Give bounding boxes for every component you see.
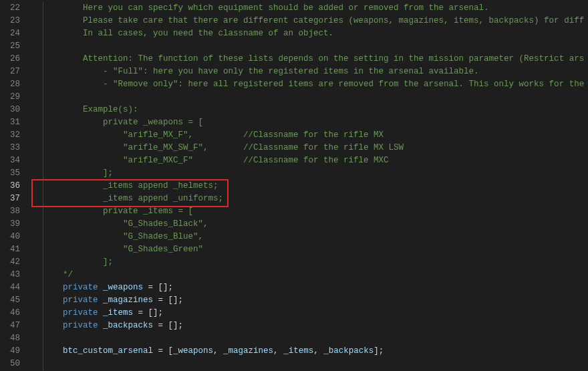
code-line[interactable]: In all cases, you need the classname of … <box>32 27 588 40</box>
code-line[interactable]: "G_Shades_Green" <box>32 243 588 256</box>
code-token: ]; <box>43 168 113 178</box>
code-line[interactable]: ]; <box>32 167 588 180</box>
code-token <box>43 321 63 330</box>
code-token <box>43 308 63 318</box>
code-token: "G_Shades_Blue", <box>43 232 203 241</box>
code-line[interactable] <box>32 91 588 104</box>
code-token: Attention: The function of these lists d… <box>43 54 584 64</box>
code-content[interactable]: Here you can specify which equipment sho… <box>32 0 588 371</box>
line-number: 22 <box>0 2 32 15</box>
code-line[interactable]: private _items = [ <box>32 205 588 218</box>
code-token: _magazines <box>223 346 273 356</box>
code-line[interactable]: Here you can specify which equipment sho… <box>32 2 588 15</box>
code-token <box>43 295 63 305</box>
line-number: 41 <box>0 243 32 256</box>
line-number: 39 <box>0 218 32 231</box>
code-line[interactable] <box>32 40 588 53</box>
code-token: = []; <box>133 308 163 318</box>
code-token <box>43 346 63 356</box>
code-line[interactable]: - "Full": here you have only the registe… <box>32 66 588 78</box>
code-token: _items append _uniforms; <box>43 194 223 203</box>
line-number: 33 <box>0 142 32 154</box>
code-token <box>98 283 104 292</box>
code-line[interactable]: private _weapons = []; <box>32 281 588 294</box>
line-number: 50 <box>0 358 32 370</box>
code-token: ]; <box>43 257 113 267</box>
code-token: , <box>213 346 223 356</box>
line-number: 31 <box>0 116 32 129</box>
line-number: 27 <box>0 66 32 78</box>
code-line[interactable]: Example(s): <box>32 104 588 116</box>
code-token: _items <box>103 308 133 318</box>
code-token: , <box>273 346 283 356</box>
code-token: _backpacks <box>103 321 153 330</box>
code-token: private <box>63 295 98 305</box>
line-number: 37 <box>0 193 32 205</box>
code-token: "G_Shades_Black", <box>43 219 208 229</box>
code-token: private <box>63 283 98 292</box>
code-token: ]; <box>374 346 384 356</box>
line-number: 25 <box>0 40 32 53</box>
code-line[interactable]: - "Remove only": here all registered ite… <box>32 78 588 91</box>
line-number: 40 <box>0 231 32 243</box>
line-number: 48 <box>0 332 32 345</box>
code-line[interactable]: Please take care that there are differen… <box>32 15 588 27</box>
line-number: 46 <box>0 307 32 320</box>
code-line[interactable]: "arifle_MXC_F" //Classname for the rifle… <box>32 154 588 167</box>
line-number: 35 <box>0 167 32 180</box>
code-line[interactable]: ]; <box>32 256 588 269</box>
line-number: 38 <box>0 205 32 218</box>
code-token <box>98 295 104 305</box>
code-line[interactable]: */ <box>32 269 588 281</box>
code-token: - "Full": here you have only the registe… <box>43 67 479 76</box>
code-token: private _weapons = [ <box>43 118 203 127</box>
code-line[interactable] <box>32 358 588 370</box>
code-token: = []; <box>143 283 173 292</box>
code-token: private <box>63 321 98 330</box>
code-line[interactable]: private _magazines = []; <box>32 294 588 307</box>
code-line[interactable]: "G_Shades_Black", <box>32 218 588 231</box>
code-token: "arifle_MX_SW_F", //Classname for the ri… <box>43 143 404 152</box>
code-token: btc_custom_arsenal <box>63 346 153 356</box>
line-number: 34 <box>0 154 32 167</box>
code-line[interactable]: _items append _helmets; <box>32 180 588 193</box>
code-line[interactable]: private _backpacks = []; <box>32 320 588 332</box>
line-number: 47 <box>0 320 32 332</box>
code-token: _items append _helmets; <box>43 181 218 191</box>
code-token: Example(s): <box>43 105 138 114</box>
code-line[interactable]: private _items = []; <box>32 307 588 320</box>
code-line[interactable]: btc_custom_arsenal = [_weapons, _magazin… <box>32 345 588 358</box>
code-token: _items <box>283 346 313 356</box>
line-number: 44 <box>0 281 32 294</box>
code-token: = []; <box>153 295 183 305</box>
line-number: 29 <box>0 91 32 104</box>
code-token: = [ <box>153 346 173 356</box>
code-line[interactable]: "G_Shades_Blue", <box>32 231 588 243</box>
code-token: "arifle_MX_F", //Classname for the rifle… <box>43 130 384 140</box>
line-number: 30 <box>0 104 32 116</box>
line-number: 32 <box>0 129 32 142</box>
code-token: _magazines <box>103 295 153 305</box>
code-line[interactable]: private _weapons = [ <box>32 116 588 129</box>
code-line[interactable]: "arifle_MX_SW_F", //Classname for the ri… <box>32 142 588 154</box>
code-token <box>98 321 104 330</box>
code-token: - "Remove only": here all registered ite… <box>43 80 584 89</box>
code-token: , <box>313 346 323 356</box>
line-number: 23 <box>0 15 32 27</box>
code-line[interactable]: Attention: The function of these lists d… <box>32 53 588 66</box>
line-number: 24 <box>0 27 32 40</box>
code-token <box>98 308 104 318</box>
code-editor[interactable]: 2223242526272829303132333435363738394041… <box>0 0 588 371</box>
line-number: 26 <box>0 53 32 66</box>
line-number: 36 <box>0 180 32 193</box>
code-line[interactable]: "arifle_MX_F", //Classname for the rifle… <box>32 129 588 142</box>
code-token: "G_Shades_Green" <box>43 245 203 254</box>
line-number: 45 <box>0 294 32 307</box>
code-token: "arifle_MXC_F" //Classname for the rifle… <box>43 156 389 165</box>
code-token: = []; <box>153 321 183 330</box>
code-line[interactable] <box>32 332 588 345</box>
code-token <box>43 283 63 292</box>
code-token: Please take care that there are differen… <box>43 16 584 25</box>
code-line[interactable]: _items append _uniforms; <box>32 193 588 205</box>
line-number: 43 <box>0 269 32 281</box>
